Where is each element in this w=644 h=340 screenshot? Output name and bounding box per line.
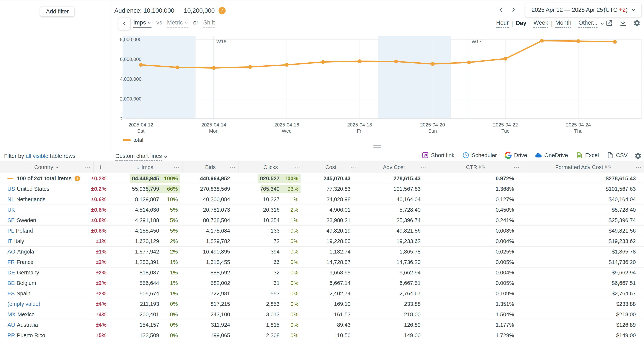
chart-series-point[interactable] [504, 57, 507, 60]
country-name: United States [17, 186, 49, 192]
column-menu-icon[interactable]: ⋯ [85, 164, 91, 171]
primary-metric-select[interactable]: Imps [133, 19, 152, 28]
chart-y-tick-label: 4,000,000 [120, 76, 142, 82]
share-percent: 100% [280, 176, 298, 182]
add-filter-button[interactable]: Add filter [40, 7, 74, 16]
chart-settings-button[interactable] [633, 19, 641, 27]
custom-chart-lines-select[interactable]: Custom chart lines [116, 153, 168, 161]
cell-country: NLNetherlands [0, 194, 82, 204]
excel-button[interactable]: Excel [576, 152, 599, 159]
add-column-button[interactable]: + [94, 161, 108, 173]
short-link-button[interactable]: Short link [422, 152, 454, 159]
column-header-clicks[interactable]: Clicks⋯ [238, 161, 303, 173]
chart-series-point[interactable] [139, 63, 143, 67]
column-menu-icon[interactable]: ⋯ [174, 164, 180, 171]
table-row[interactable]: AOAngola±1%1,577,9422%16,490,3953940%1,1… [0, 246, 644, 257]
column-header-cost[interactable]: Cost⋯ [303, 161, 359, 173]
column-header-imps[interactable]: ↓Imps⋯ [108, 161, 182, 173]
filter-scope-select[interactable]: all visible [26, 153, 48, 160]
drive-button[interactable]: Drive [505, 152, 527, 159]
table-row[interactable]: USUnited States±0.2%55,936,79966%270,638… [0, 184, 644, 194]
column-menu-icon[interactable]: ⋯ [230, 164, 236, 171]
interval-week[interactable]: Week [534, 20, 548, 28]
chart-series-point[interactable] [212, 66, 216, 70]
chart-series-point[interactable] [431, 62, 434, 66]
column-menu-icon[interactable]: ⋯ [420, 164, 426, 171]
collapse-controls-button[interactable] [118, 18, 130, 30]
interval-other[interactable]: Other... [578, 20, 598, 28]
date-range-picker[interactable]: 2025 Apr 12 — 2025 Apr 25 (UTC +2) [525, 3, 642, 17]
table-row[interactable]: SESweden±0.8%4,291,1885%80,738,50410,354… [0, 215, 644, 226]
cell-imps: 4,155,4505% [108, 226, 182, 236]
chart-x-tick-dow-label: Fri [357, 128, 362, 134]
cell-adv-cost: 218.00 [359, 309, 429, 320]
cell-ctr: 0.025% [429, 246, 522, 257]
cell-imps: 200,4010% [108, 309, 182, 320]
cell-formatted-adv-cost: $278,615.43 [522, 173, 644, 184]
value: 818,037 [140, 270, 159, 276]
info-icon[interactable]: i [218, 7, 226, 14]
chart-x-tick-dow-label: Sun [428, 128, 437, 134]
country-code: PR [8, 332, 15, 338]
onedrive-label: OneDrive [544, 152, 568, 158]
table-row[interactable]: ESSpain±2%505,6741%722,9815530%2,402.742… [0, 288, 644, 299]
info-icon[interactable]: i [74, 176, 80, 182]
shift-select[interactable]: Shift [203, 19, 215, 28]
table-row[interactable]: PLPoland±0.8%4,155,4505%4,175,6841330%49… [0, 226, 644, 236]
chart-series-point[interactable] [285, 63, 288, 67]
country-name: France [16, 259, 34, 265]
chart-series-point[interactable] [540, 39, 544, 42]
column-menu-icon[interactable]: ⋯ [636, 164, 642, 171]
chart-series-point[interactable] [467, 60, 471, 64]
compare-metric-select[interactable]: Metric [167, 19, 188, 28]
table-row[interactable]: MXMexico±4%200,4010%243,1003,0130%161.53… [0, 309, 644, 320]
table-row[interactable]: BEBelgium±2%556,6441%582,002310%6,667.14… [0, 278, 644, 288]
interval-hour[interactable]: Hour [496, 20, 508, 28]
download-button[interactable] [619, 19, 627, 27]
onedrive-button[interactable]: OneDrive [535, 152, 568, 159]
country-name: Mexico [18, 312, 35, 318]
chart-series-point[interactable] [394, 60, 398, 63]
scheduler-button[interactable]: Scheduler [462, 152, 497, 159]
date-next-button[interactable] [509, 6, 518, 14]
cell-formatted-adv-cost: $14,736.20 [522, 257, 644, 267]
panel-resize-handle[interactable] [373, 145, 381, 150]
chart-legend-item-total[interactable]: total [123, 137, 143, 143]
csv-button[interactable]: CSV [607, 152, 628, 159]
cell-adv-cost: 278,615.43 [359, 173, 429, 184]
column-header-adv_cost[interactable]: Adv Cost⋯ [359, 161, 429, 173]
table-row[interactable]: ITItaly±1%1,620,1292%1,829,782720%19,228… [0, 236, 644, 246]
table-row[interactable]: NLNetherlands±0.6%8,129,80710%40,300,084… [0, 194, 644, 205]
cell-clicks: 10,3271% [238, 194, 303, 204]
cell-cost: 4,906.01 [303, 205, 359, 215]
cell-country: MXMexico [0, 309, 82, 320]
column-header-fmt_adv_cost[interactable]: Formatted Adv Costf(x)⋯ [522, 161, 644, 173]
table-row[interactable]: DEGermany±2%818,0371%888,592320%9,658.95… [0, 268, 644, 278]
interval-day[interactable]: Day [516, 20, 526, 28]
table-row[interactable]: (empty value)±4%211,1930%817,2152,8530%1… [0, 299, 644, 309]
table-row[interactable]: FRFrance±2%1,253,3911%1,315,455660%14,72… [0, 257, 644, 268]
open-in-new-button[interactable] [605, 19, 613, 27]
column-menu-icon[interactable]: ⋯ [514, 164, 520, 171]
cell-clicks: 765,34993% [238, 184, 303, 194]
chart-series-point[interactable] [576, 39, 580, 43]
table-row[interactable]: AUAustralia±4%154,1570%311,9241,8150%89.… [0, 320, 644, 330]
column-menu-icon[interactable]: ⋯ [294, 164, 300, 171]
chart-series-point[interactable] [248, 65, 252, 69]
table-row[interactable]: PRPuerto Rico±5%133,5090%199,0652,3080%1… [0, 330, 644, 340]
column-header-bids[interactable]: Bids⋯ [182, 161, 238, 173]
column-label: Bids [205, 164, 216, 170]
chart-series-point[interactable] [358, 60, 362, 63]
table-row[interactable]: UK±0.8%4,514,6365%20,781,07320,3162%4,90… [0, 205, 644, 215]
table-settings-button[interactable] [634, 152, 642, 160]
table-row-total[interactable]: 100 of 241 total itemsi±0.2%84,448,94510… [0, 173, 644, 184]
chart-series-point[interactable] [321, 60, 325, 64]
chevron-down-icon [164, 155, 168, 159]
column-header-ctr[interactable]: CTRf(x)⋯ [429, 161, 522, 173]
chart-series-point[interactable] [176, 66, 179, 69]
date-prev-button[interactable] [497, 6, 506, 14]
column-header-country[interactable]: Country⋯ [0, 161, 94, 173]
chart-series-point[interactable] [613, 40, 617, 44]
column-menu-icon[interactable]: ⋯ [350, 164, 356, 171]
interval-month[interactable]: Month [555, 20, 571, 28]
